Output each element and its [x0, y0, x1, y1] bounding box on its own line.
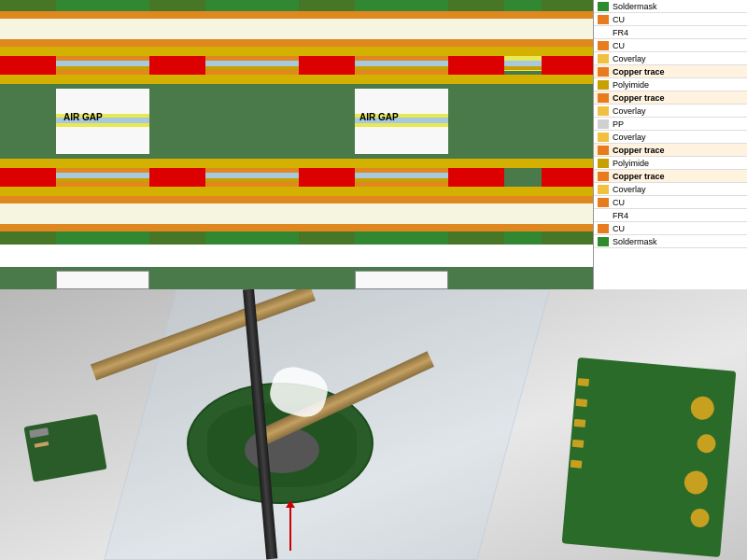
- legend-item-11: Copper trace: [594, 144, 747, 157]
- legend-item-2: FR4: [594, 26, 747, 39]
- cu-fr4-bottom: [0, 39, 593, 47]
- legend-color-0: [598, 2, 609, 11]
- legend-label-17: CU: [613, 224, 625, 233]
- fr4-top: [0, 19, 593, 39]
- legend-label-18: Soldermask: [613, 237, 657, 246]
- legend-item-10: Coverlay: [594, 131, 747, 144]
- legend-label-15: CU: [613, 198, 625, 207]
- legend-label-3: CU: [613, 41, 625, 50]
- legend-item-13: Copper trace: [594, 170, 747, 183]
- legend-color-11: [598, 146, 609, 155]
- cu-fr4-bot-top: [0, 196, 593, 203]
- cu-top: [0, 11, 593, 19]
- legend-label-13: Copper trace: [613, 172, 665, 181]
- legend-color-18: [598, 237, 609, 246]
- legend-item-12: Polyimide: [594, 157, 747, 170]
- top-section: AIR GAP AIR GAP: [0, 0, 747, 289]
- legend-color-9: [598, 119, 609, 129]
- legend-item-8: Coverlay: [594, 105, 747, 118]
- soldermask-bot: [0, 231, 593, 245]
- legend-item-3: CU: [594, 39, 747, 52]
- white-bottom2: [355, 271, 448, 289]
- legend-label-6: Polyimide: [613, 80, 649, 90]
- legend-color-3: [598, 41, 609, 50]
- legend-item-5: Copper trace: [594, 65, 747, 78]
- legend-color-17: [598, 224, 609, 233]
- legend-color-10: [598, 133, 609, 142]
- coverlay-top: [0, 47, 593, 56]
- legend-label-10: Coverlay: [613, 133, 646, 142]
- legend-item-1: CU: [594, 13, 747, 26]
- soldermask-top: [0, 0, 593, 11]
- legend-label-9: PP: [613, 119, 624, 129]
- photo-section: [0, 289, 747, 560]
- legend-color-16: [598, 211, 609, 220]
- legend-color-6: [598, 80, 609, 90]
- air-gap-label-2: AIR GAP: [359, 112, 399, 122]
- legend-color-7: [598, 93, 609, 103]
- legend-item-17: CU: [594, 222, 747, 235]
- legend-item-7: Copper trace: [594, 91, 747, 105]
- legend-item-18: Soldermask: [594, 235, 747, 248]
- legend-color-2: [598, 28, 609, 37]
- layer-legend: SoldermaskCUFR4CUCoverlayCopper tracePol…: [593, 0, 747, 289]
- legend-label-14: Coverlay: [613, 185, 646, 194]
- white-strip-top: [0, 245, 593, 267]
- polyimide-top4: [504, 66, 542, 70]
- legend-color-15: [598, 198, 609, 207]
- legend-label-2: FR4: [613, 28, 628, 37]
- legend-label-11: Copper trace: [613, 146, 665, 155]
- legend-label-8: Coverlay: [613, 106, 646, 116]
- legend-label-16: FR4: [613, 211, 628, 220]
- legend-item-9: PP: [594, 118, 747, 131]
- pcb-diagram: AIR GAP AIR GAP: [0, 0, 593, 289]
- legend-label-5: Copper trace: [613, 67, 665, 77]
- legend-color-14: [598, 185, 609, 194]
- cu-bot: [0, 224, 593, 231]
- legend-color-8: [598, 106, 609, 116]
- legend-item-16: FR4: [594, 209, 747, 222]
- coverlay-mid-bot: [0, 159, 593, 168]
- legend-label-7: Copper trace: [613, 93, 665, 103]
- legend-item-15: CU: [594, 196, 747, 209]
- legend-color-13: [598, 172, 609, 181]
- legend-item-14: Coverlay: [594, 183, 747, 196]
- arrow-head: [286, 500, 295, 508]
- arrow-shaft: [289, 504, 291, 551]
- legend-color-12: [598, 159, 609, 168]
- fr4-bot: [0, 203, 593, 224]
- legend-item-0: Soldermask: [594, 0, 747, 13]
- main-container: AIR GAP AIR GAP: [0, 0, 747, 560]
- legend-label-1: CU: [613, 15, 625, 24]
- legend-item-4: Coverlay: [594, 52, 747, 65]
- legend-color-4: [598, 54, 609, 63]
- white-bottom: [56, 271, 149, 289]
- air-gap-label-1: AIR GAP: [63, 112, 103, 122]
- legend-label-0: Soldermask: [613, 2, 657, 11]
- coverlay-bot: [0, 187, 593, 196]
- legend-label-4: Coverlay: [613, 54, 646, 63]
- coverlay-mid: [0, 75, 593, 84]
- legend-label-12: Polyimide: [613, 159, 649, 168]
- legend-item-6: Polyimide: [594, 78, 747, 91]
- pcb-right: [562, 357, 737, 557]
- legend-color-5: [598, 67, 609, 77]
- legend-color-1: [598, 15, 609, 24]
